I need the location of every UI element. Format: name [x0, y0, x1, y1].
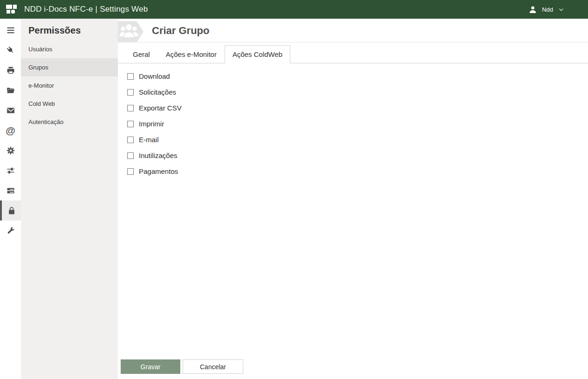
user-menu[interactable]: Ndd	[528, 5, 588, 14]
envelope-icon	[6, 106, 15, 115]
checkbox-label: Solicitações	[139, 88, 176, 96]
checkbox-exportar-csv[interactable]	[127, 105, 134, 111]
app-header: NDD i-Docs NFC-e | Settings Web Ndd	[0, 0, 588, 19]
tab-acoes-emonitor[interactable]: Ações e-Monitor	[158, 45, 225, 63]
checkbox-pagamentos[interactable]	[127, 168, 134, 175]
rail-item-tools[interactable]	[0, 221, 21, 241]
sidebar-item-coldweb[interactable]: Cold Web	[21, 95, 118, 113]
checkbox-row-imprimir: Imprimir	[127, 120, 579, 128]
checkbox-label: Download	[139, 72, 170, 80]
checkbox-row-inutilizacoes: Inutilizações	[127, 152, 579, 159]
sidebar-item-autenticacao[interactable]: Autenticação	[21, 113, 118, 131]
rail-item-mail[interactable]	[0, 100, 21, 120]
user-name: Ndd	[542, 6, 553, 13]
rail-item-files[interactable]	[0, 80, 21, 100]
sidebar-title: Permissões	[21, 19, 118, 40]
permissions-sidebar: Permissões Usuários Grupos e-Monitor Col…	[21, 19, 118, 379]
wrench-icon	[6, 226, 15, 235]
server-stack-icon	[6, 186, 15, 195]
checkbox-label: Imprimir	[139, 120, 164, 128]
main-panel: Criar Grupo Geral Ações e-Monitor Ações …	[118, 19, 588, 379]
icon-rail: @	[0, 19, 21, 379]
checkbox-download[interactable]	[127, 73, 134, 80]
tab-acoes-coldweb[interactable]: Ações ColdWeb	[225, 45, 290, 63]
page-title: Criar Grupo	[152, 25, 209, 37]
page-header: Criar Grupo	[118, 19, 588, 42]
sliders-icon	[6, 166, 15, 175]
checkbox-list: Download Solicitações Exportar CSV Impri…	[118, 63, 588, 359]
checkbox-row-exportar-csv: Exportar CSV	[127, 104, 579, 112]
checkbox-row-email: E-mail	[127, 136, 579, 144]
app-window: NDD i-Docs NFC-e | Settings Web Ndd	[0, 0, 588, 379]
checkbox-label: E-mail	[139, 136, 159, 144]
checkbox-label: Exportar CSV	[139, 104, 182, 112]
checkbox-email[interactable]	[127, 137, 134, 143]
rail-item-preferences[interactable]	[0, 160, 21, 180]
sidebar-item-usuarios[interactable]: Usuários	[21, 40, 118, 58]
app-logo-grid-icon[interactable]	[6, 5, 18, 14]
rail-item-at[interactable]: @	[0, 120, 21, 140]
save-button[interactable]: Gravar	[121, 359, 180, 374]
printer-icon	[6, 66, 15, 75]
at-icon: @	[6, 125, 15, 135]
lock-icon	[7, 206, 16, 215]
gear-icon	[6, 146, 15, 155]
checkbox-solicitacoes[interactable]	[127, 89, 134, 96]
checkbox-row-solicitacoes: Solicitações	[127, 88, 579, 96]
checkbox-imprimir[interactable]	[127, 121, 134, 127]
cancel-button[interactable]: Cancelar	[183, 359, 243, 374]
tab-geral[interactable]: Geral	[125, 45, 158, 63]
plug-icon	[6, 46, 15, 55]
rail-item-connections[interactable]	[0, 40, 21, 60]
checkbox-label: Pagamentos	[139, 167, 178, 175]
checkbox-row-download: Download	[127, 72, 579, 80]
folder-open-icon	[6, 86, 15, 95]
rail-menu-button[interactable]	[0, 20, 21, 40]
checkbox-label: Inutilizações	[139, 152, 178, 159]
chevron-down-icon	[558, 6, 565, 13]
rail-item-security[interactable]	[0, 200, 21, 221]
checkbox-row-pagamentos: Pagamentos	[127, 167, 579, 175]
sidebar-item-emonitor[interactable]: e-Monitor	[21, 76, 118, 95]
tab-bar: Geral Ações e-Monitor Ações ColdWeb	[118, 45, 588, 63]
rail-item-settings[interactable]	[0, 140, 21, 160]
group-people-icon	[118, 21, 144, 42]
app-title: NDD i-Docs NFC-e | Settings Web	[24, 5, 148, 14]
form-footer: Gravar Cancelar	[118, 359, 588, 379]
hamburger-menu-icon	[6, 26, 15, 35]
sidebar-item-grupos[interactable]: Grupos	[21, 58, 118, 76]
user-icon	[528, 5, 537, 14]
checkbox-inutilizacoes[interactable]	[127, 152, 134, 159]
rail-item-printers[interactable]	[0, 60, 21, 80]
rail-item-servers[interactable]	[0, 180, 21, 200]
